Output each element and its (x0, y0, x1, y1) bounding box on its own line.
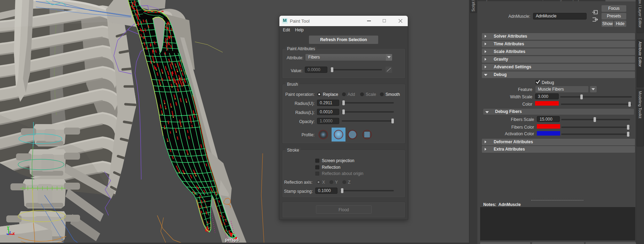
svg-text:z: z (9, 230, 11, 234)
svg-text:x: x (13, 231, 15, 236)
svg-text:persp6: persp6 (225, 237, 239, 242)
svg-text:y: y (7, 225, 9, 230)
